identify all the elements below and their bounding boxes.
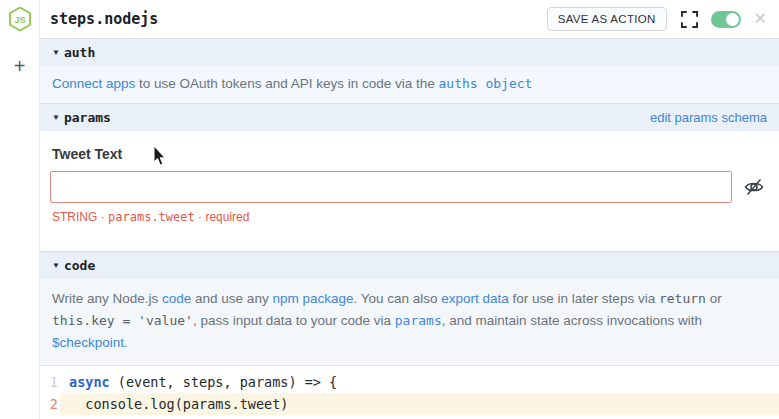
nodejs-logo-icon: JS bbox=[7, 6, 33, 32]
chevron-down-icon: ▼ bbox=[52, 261, 60, 270]
auth-section-header[interactable]: ▼ auth bbox=[40, 39, 779, 66]
desc-text: . bbox=[124, 335, 128, 350]
svg-text:JS: JS bbox=[14, 15, 25, 25]
left-rail: JS + bbox=[0, 0, 40, 419]
connect-apps-link[interactable]: Connect apps bbox=[52, 76, 135, 91]
code-description: Write any Node.js code and use any npm p… bbox=[40, 279, 779, 365]
dot-separator: · bbox=[97, 210, 108, 224]
params-section-header[interactable]: ▼ params edit params schema bbox=[40, 104, 779, 131]
auth-section: ▼ auth Connect apps to use OAuth tokens … bbox=[40, 38, 779, 103]
code-text: console.log(params.tweet) bbox=[60, 393, 779, 415]
return-code-span: return bbox=[659, 291, 706, 306]
export-data-link[interactable]: export data bbox=[441, 291, 509, 306]
auth-section-label: auth bbox=[64, 45, 95, 60]
npm-package-link[interactable]: npm package bbox=[272, 291, 353, 306]
tweet-text-input[interactable] bbox=[50, 171, 732, 203]
step-enabled-toggle[interactable] bbox=[711, 11, 741, 28]
save-as-action-button[interactable]: SAVE AS ACTION bbox=[547, 7, 667, 31]
line-number: 2 bbox=[40, 393, 60, 415]
close-icon[interactable]: ✕ bbox=[754, 11, 767, 27]
code-section-label: code bbox=[64, 258, 95, 273]
step-header: steps.nodejs SAVE AS ACTION ✕ bbox=[40, 0, 779, 38]
params-link[interactable]: params bbox=[395, 313, 442, 328]
param-meta: STRING · params.tweet · required bbox=[52, 210, 767, 224]
code-line-1[interactable]: 1 async (event, steps, params) => { bbox=[40, 371, 779, 393]
line-number: 3 bbox=[40, 415, 60, 419]
desc-text: Write any Node.js bbox=[52, 291, 162, 306]
desc-text: and use any bbox=[191, 291, 272, 306]
code-editor[interactable]: 1 async (event, steps, params) => { 2 co… bbox=[40, 365, 779, 419]
auth-description-text: to use OAuth tokens and API keys in code… bbox=[135, 76, 438, 91]
auths-object-link[interactable]: auths object bbox=[439, 76, 533, 91]
code-docs-link[interactable]: code bbox=[162, 291, 191, 306]
params-section-label: params bbox=[64, 110, 111, 125]
desc-text: for use in later steps via bbox=[509, 291, 659, 306]
edit-params-schema-link[interactable]: edit params schema bbox=[650, 110, 767, 125]
fullscreen-icon[interactable] bbox=[681, 11, 698, 28]
param-path: params.tweet bbox=[108, 210, 195, 224]
chevron-down-icon: ▼ bbox=[52, 113, 60, 122]
step-editor-window: JS + steps.nodejs SAVE AS ACTION bbox=[0, 0, 779, 419]
params-section: ▼ params edit params schema Tweet Text bbox=[40, 103, 779, 238]
desc-text: , pass input data to your code via bbox=[193, 313, 395, 328]
dot-separator: · bbox=[195, 210, 206, 224]
line-number: 1 bbox=[40, 371, 60, 393]
code-section-header[interactable]: ▼ code bbox=[40, 252, 779, 279]
code-line-2[interactable]: 2 console.log(params.tweet) bbox=[40, 393, 779, 415]
code-text-rest: (event, steps, params) => { bbox=[110, 374, 338, 390]
hide-value-icon[interactable] bbox=[741, 176, 767, 198]
param-type: STRING bbox=[52, 210, 97, 224]
params-body: Tweet Text STRING · params.tweet · bbox=[40, 131, 779, 238]
checkpoint-link[interactable]: $checkpoint bbox=[52, 335, 124, 350]
desc-text: , and maintain state across invocations … bbox=[442, 313, 702, 328]
tweet-text-label: Tweet Text bbox=[52, 146, 767, 162]
step-title: steps.nodejs bbox=[50, 10, 158, 28]
add-step-button[interactable]: + bbox=[14, 56, 26, 76]
keyword-async: async bbox=[69, 374, 110, 390]
param-required: required bbox=[205, 210, 249, 224]
code-line-3[interactable]: 3 } bbox=[40, 415, 779, 419]
code-section: ▼ code Write any Node.js code and use an… bbox=[40, 251, 779, 419]
auth-description: Connect apps to use OAuth tokens and API… bbox=[40, 66, 779, 103]
desc-text: or bbox=[706, 291, 722, 306]
code-text: async (event, steps, params) => { bbox=[60, 371, 779, 393]
desc-text: . You can also bbox=[353, 291, 441, 306]
code-text: } bbox=[60, 415, 779, 419]
chevron-down-icon: ▼ bbox=[52, 48, 60, 57]
toggle-knob bbox=[726, 13, 739, 26]
thiskey-code-span: this.key = 'value' bbox=[52, 313, 193, 328]
